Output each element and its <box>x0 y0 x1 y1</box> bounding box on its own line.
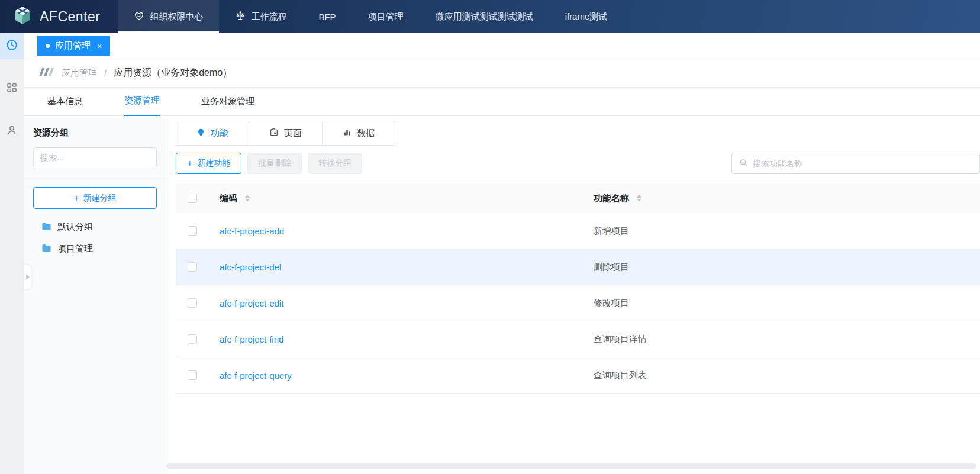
table-row[interactable]: afc-f-project-add 新增项目 <box>176 213 980 249</box>
document-tab-bar: 应用管理 × <box>24 33 980 59</box>
doc-tab-label: 应用管理 <box>55 40 91 51</box>
caret-down-icon <box>245 199 250 202</box>
header-checkbox-cell <box>176 194 209 203</box>
table-row[interactable]: afc-f-project-query 查询项目列表 <box>176 357 980 394</box>
row-checkbox-cell <box>176 262 209 272</box>
breadcrumb-current: 应用资源（业务对象demo） <box>114 67 232 79</box>
brand[interactable]: AFCenter <box>0 0 118 33</box>
caret-up-icon <box>245 195 250 198</box>
grid-icon <box>6 82 18 96</box>
active-dot-icon <box>46 44 50 48</box>
caret-up-icon <box>637 195 641 198</box>
folder-icon <box>41 222 51 233</box>
row-checkbox[interactable] <box>188 298 197 308</box>
function-name: 查询项目详情 <box>594 334 647 345</box>
main-nav: 组织权限中心 工作流程 BFP 项目管理 微应用测试测试测试测试 iframe测… <box>118 0 623 33</box>
chevron-right-icon <box>26 274 30 280</box>
brand-name: AFCenter <box>40 9 100 25</box>
row-checkbox[interactable] <box>188 262 197 272</box>
function-search-input[interactable] <box>753 159 972 168</box>
nav-item-bfp[interactable]: BFP <box>302 0 352 33</box>
group-item-default[interactable]: 默认分组 <box>24 216 166 238</box>
resource-main-panel: 功能 页面 <box>166 116 980 474</box>
breadcrumb-section[interactable]: 应用管理 <box>62 67 97 79</box>
resource-group-panel: 资源分组 + 新建分组 默认分组 <box>24 116 166 474</box>
group-search-input[interactable] <box>33 147 157 167</box>
page-tabs: 基本信息 资源管理 业务对象管理 <box>24 88 980 116</box>
row-checkbox[interactable] <box>188 334 197 344</box>
new-function-button[interactable]: + 新建功能 <box>176 153 241 174</box>
new-group-label: 新建分组 <box>83 193 117 204</box>
table-row[interactable]: afc-f-project-find 查询项目详情 <box>176 321 980 357</box>
horizontal-scrollbar[interactable] <box>166 463 976 469</box>
heart-smile-icon <box>134 11 144 23</box>
batch-delete-button[interactable]: 批量删除 <box>247 153 302 174</box>
new-group-button[interactable]: + 新建分组 <box>33 187 157 209</box>
nav-item-org-permission-center[interactable]: 组织权限中心 <box>118 0 219 33</box>
function-code-link[interactable]: afc-f-project-add <box>220 226 284 236</box>
top-navbar: AFCenter 组织权限中心 工作流程 <box>0 0 980 33</box>
nav-item-label: 组织权限中心 <box>150 11 203 22</box>
select-all-checkbox[interactable] <box>188 194 197 203</box>
sort-icon[interactable] <box>637 195 641 202</box>
close-icon[interactable]: × <box>97 41 102 51</box>
side-icon-strip <box>0 33 24 474</box>
function-code-link[interactable]: afc-f-project-del <box>220 262 281 272</box>
scale-icon <box>235 11 246 23</box>
row-checkbox-cell <box>176 370 209 380</box>
afcenter-logo-icon <box>12 5 33 28</box>
content-area: 资源分组 + 新建分组 默认分组 <box>24 116 980 474</box>
resource-type-tabs: 功能 页面 <box>176 121 980 146</box>
user-icon <box>6 124 18 138</box>
nav-item-label: iframe测试 <box>565 11 608 22</box>
function-name: 新增项目 <box>594 225 629 237</box>
function-code-link[interactable]: afc-f-project-find <box>220 334 283 344</box>
row-checkbox[interactable] <box>188 226 197 236</box>
row-checkbox-cell <box>176 298 209 308</box>
plus-icon: + <box>73 193 79 204</box>
nav-item-project-mgmt[interactable]: 项目管理 <box>352 0 420 33</box>
tab-business-object-mgmt[interactable]: 业务对象管理 <box>201 96 254 115</box>
bar-chart-icon <box>343 128 352 138</box>
tab-resource-mgmt[interactable]: 资源管理 <box>124 95 160 116</box>
sort-icon[interactable] <box>245 195 250 202</box>
nav-item-iframe-test[interactable]: iframe测试 <box>549 0 624 33</box>
function-name: 修改项目 <box>594 298 629 309</box>
nav-item-workflow[interactable]: 工作流程 <box>219 0 302 33</box>
tab-basic-info[interactable]: 基本信息 <box>47 96 83 115</box>
function-code-link[interactable]: afc-f-project-edit <box>220 298 283 308</box>
nav-item-label: 微应用测试测试测试测试 <box>436 11 533 22</box>
tab-data[interactable]: 数据 <box>322 121 395 146</box>
tab-function[interactable]: 功能 <box>176 121 249 146</box>
search-icon <box>739 158 748 169</box>
users-button[interactable] <box>0 118 24 144</box>
table-row[interactable]: afc-f-project-del 删除项目 <box>176 249 980 285</box>
panel-collapse-handle[interactable] <box>24 264 32 290</box>
app-shell: 应用管理 × 应用管理 / 应用资源（业务对象demo） 基本信息 资源管理 业… <box>0 33 980 474</box>
nav-item-label: 工作流程 <box>251 11 286 22</box>
row-checkbox-cell <box>176 226 209 236</box>
new-function-label: 新建功能 <box>197 158 230 169</box>
caret-down-icon <box>637 199 641 202</box>
function-code-link[interactable]: afc-f-project-query <box>220 370 292 381</box>
apps-grid-button[interactable] <box>0 76 24 102</box>
nav-item-microapp-test[interactable]: 微应用测试测试测试测试 <box>420 0 549 33</box>
header-code-label: 编码 <box>220 193 237 204</box>
table-row[interactable]: afc-f-project-edit 修改项目 <box>176 285 980 321</box>
main-column: 应用管理 × 应用管理 / 应用资源（业务对象demo） 基本信息 资源管理 业… <box>24 33 980 474</box>
group-panel-divider <box>24 178 166 178</box>
table-header: 编码 功能名称 <box>176 183 980 213</box>
move-group-button[interactable]: 转移分组 <box>308 153 362 174</box>
group-item-project-mgmt[interactable]: 项目管理 <box>24 238 166 260</box>
group-list: 默认分组 项目管理 <box>24 216 166 260</box>
history-clock-button[interactable] <box>0 33 24 59</box>
doc-tab-app-management[interactable]: 应用管理 × <box>37 36 110 56</box>
functions-table: 编码 功能名称 <box>176 183 980 394</box>
breadcrumb: 应用管理 / 应用资源（业务对象demo） <box>24 59 980 88</box>
plus-icon: + <box>187 158 192 169</box>
tab-page[interactable]: 页面 <box>249 121 323 146</box>
header-code: 编码 <box>209 193 594 204</box>
row-checkbox[interactable] <box>188 370 197 380</box>
row-checkbox-cell <box>176 334 209 344</box>
group-item-label: 默认分组 <box>57 221 93 233</box>
